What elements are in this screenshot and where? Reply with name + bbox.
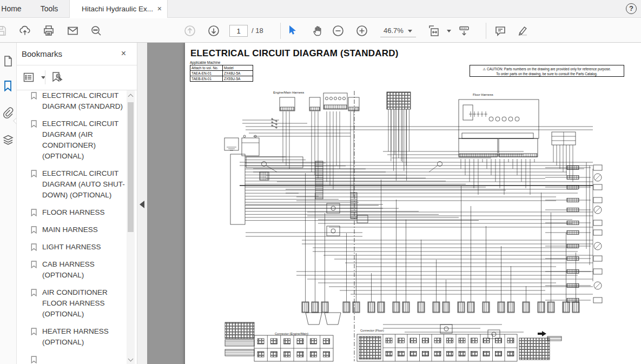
hand-tool-icon[interactable] [312, 24, 325, 37]
scroll-down-icon[interactable] [128, 356, 134, 362]
attachments-icon[interactable] [2, 107, 15, 120]
bookmark-item[interactable]: ELECTRICAL CIRCUIT DIAGRAM (STANDARD) [17, 90, 127, 118]
bookmark-label: CAB HARNESS (OPTIONAL) [42, 259, 127, 281]
table-row: Attach to vol. No. Model [190, 65, 253, 71]
table-header-cell: Attach to vol. No. [190, 65, 223, 71]
layers-icon[interactable] [2, 134, 15, 147]
document-canvas[interactable]: ELECTRICAL CIRCUIT DIAGRAM (STANDARD) Ap… [147, 43, 641, 364]
bookmark-icon [30, 243, 38, 252]
circuit-diagram: Engine/Main Harness Floor Harness Connec… [221, 87, 617, 363]
bookmark-label: AIR CONDITIONER FLOOR HARNESS (OPTIONAL) [42, 287, 127, 320]
table-row: TAEA-EN-01 ZX48U-5A [190, 71, 253, 76]
toolbar-divider [486, 23, 486, 39]
bookmarks-title: Bookmarks [22, 49, 62, 58]
bookmark-icon [30, 226, 38, 234]
comment-icon[interactable] [494, 24, 507, 37]
tab-document-label: Hitachi Hydraulic Ex... [82, 5, 153, 13]
tab-document[interactable]: Hitachi Hydraulic Ex... × [69, 0, 168, 18]
page-title: ELECTRICAL CIRCUIT DIAGRAM (STANDARD) [190, 48, 399, 59]
bookmark-icon [30, 355, 38, 364]
main-toolbar: / 18 46.7% [0, 18, 641, 43]
toolbar-divider [280, 23, 281, 39]
bookmark-icon [30, 208, 38, 217]
zoom-out-icon[interactable] [332, 24, 345, 37]
bookmark-icon [30, 260, 38, 269]
tab-close-icon[interactable]: × [157, 0, 162, 18]
fit-width-icon[interactable] [427, 24, 440, 37]
fit-width-caret-icon[interactable] [447, 30, 451, 32]
bookmark-item[interactable]: LIGHT HARNESS [17, 242, 127, 259]
zoom-in-icon[interactable] [355, 24, 368, 37]
bookmark-label: MAIN HARNESS [42, 224, 127, 235]
applicable-machine-table: Attach to vol. No. Model TAEA-EN-01 ZX48… [190, 65, 253, 82]
caution-line1: ⚠ CAUTION: Parts numbers on the drawing … [470, 67, 624, 71]
save-icon[interactable] [0, 24, 8, 37]
scrollbar-thumb[interactable] [128, 102, 134, 232]
bookmark-icon [30, 120, 38, 128]
zoom-level-select[interactable]: 46.7% [380, 24, 416, 37]
table-cell: ZX48U-5A [223, 71, 253, 76]
diagram-linework [224, 92, 602, 361]
legend-label-engine-main: Connector (Engine/Main) [275, 332, 308, 335]
pdf-page: ELECTRICAL CIRCUIT DIAGRAM (STANDARD) Ap… [185, 43, 641, 364]
bookmark-icon [30, 169, 38, 178]
close-icon[interactable]: × [121, 49, 126, 58]
acrobat-window: Home Tools Hitachi Hydraulic Ex... × ? /… [0, 0, 641, 364]
caution-box: ⚠ CAUTION: Parts numbers on the drawing … [470, 65, 624, 77]
bookmark-item[interactable]: MAIN HARNESS [17, 224, 127, 242]
bookmark-icon [30, 91, 38, 100]
table-row: TAEB-EN-01 ZX55U-5A [190, 76, 253, 82]
next-page-icon[interactable] [207, 24, 220, 37]
table-cell: TAEB-EN-01 [190, 76, 223, 82]
scroll-mode-icon[interactable] [458, 24, 471, 37]
tab-home[interactable]: Home [0, 0, 30, 18]
bookmark-label: ELECTRICAL CIRCUIT DIAGRAM (AIR CONDITIO… [42, 118, 127, 162]
bookmark-item[interactable]: FLOOR HARNESS [17, 207, 127, 224]
bookmarks-toolbar [17, 65, 137, 90]
bookmark-item[interactable]: AIR CONDITIONER FLOOR HARNESS (OPTIONAL) [17, 287, 127, 326]
legend-label-floor: Connector (Floor) [360, 329, 384, 332]
scroll-up-icon[interactable] [128, 94, 134, 100]
cloud-upload-icon[interactable] [18, 24, 31, 37]
previous-page-icon[interactable] [183, 24, 196, 37]
bookmarks-panel-icon[interactable] [2, 80, 15, 92]
bookmark-icon [30, 327, 38, 336]
bookmark-item[interactable] [17, 354, 127, 361]
email-icon[interactable] [66, 24, 79, 37]
bookmark-icon [30, 288, 38, 297]
zoom-level-value: 46.7% [384, 27, 404, 35]
diagram-label-floor: Floor Harness [473, 93, 493, 96]
bookmarks-list: ELECTRICAL CIRCUIT DIAGRAM (STANDARD)ELE… [17, 90, 127, 364]
bookmark-item[interactable]: CAB HARNESS (OPTIONAL) [17, 259, 127, 287]
page-number-input[interactable] [229, 25, 248, 37]
bookmark-item[interactable]: ELECTRICAL CIRCUIT DIAGRAM (AIR CONDITIO… [17, 118, 127, 168]
diagram-label-engine-main: Engine/Main Harness [273, 91, 304, 94]
help-icon[interactable]: ? [626, 3, 637, 14]
bookmark-label: FLOOR HARNESS [42, 207, 127, 218]
search-icon[interactable] [90, 24, 103, 37]
bookmark-label: HEATER HARNESS (OPTIONAL) [42, 326, 127, 348]
bookmark-label: LIGHT HARNESS [42, 242, 127, 253]
bookmark-item[interactable]: ELECTRICAL CIRCUIT DIAGRAM (AUTO SHUT-DO… [17, 168, 127, 207]
collapse-panel-icon[interactable] [140, 201, 144, 208]
tab-tools[interactable]: Tools [30, 0, 68, 18]
page-count-label: / 18 [252, 24, 263, 37]
divider [45, 70, 45, 84]
panel-splitter[interactable] [137, 43, 147, 364]
bookmark-options-icon[interactable] [22, 71, 35, 84]
bookmark-label: ELECTRICAL CIRCUIT DIAGRAM (AUTO SHUT-DO… [42, 168, 127, 201]
bookmarks-panel: Bookmarks × ELECTRICAL CIRCUIT DIAGRAM (… [16, 43, 137, 364]
tab-bar: Home Tools Hitachi Hydraulic Ex... × ? [0, 0, 641, 18]
select-tool-icon[interactable] [286, 24, 299, 37]
table-cell: ZX55U-5A [223, 76, 253, 82]
navigation-rail [0, 43, 16, 364]
print-icon[interactable] [42, 24, 55, 37]
bookmark-item[interactable]: HEATER HARNESS (OPTIONAL) [17, 326, 127, 354]
bookmarks-header: Bookmarks × [17, 43, 137, 65]
page-thumbnails-icon[interactable] [2, 55, 15, 68]
highlight-icon[interactable] [516, 24, 528, 37]
find-current-bookmark-icon[interactable] [50, 71, 63, 84]
bookmarks-scrollbar[interactable] [127, 90, 135, 364]
chevron-down-icon [408, 30, 412, 32]
table-caption: Applicable Machine [190, 61, 220, 64]
